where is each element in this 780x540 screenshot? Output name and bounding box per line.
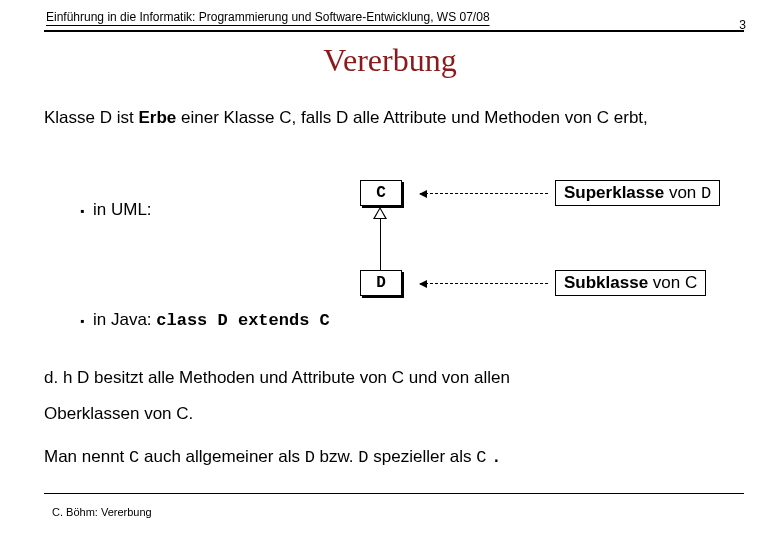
text: spezieller als [369, 447, 477, 466]
text: D [701, 184, 711, 203]
page-number: 3 [739, 18, 746, 32]
uml-inheritance-line [380, 219, 381, 270]
dashed-arrow-super [420, 193, 548, 194]
header-course: Einführung in die Informatik: Programmie… [46, 10, 490, 24]
erbe-bold: Erbe [138, 108, 176, 127]
text: einer Klasse C, falls D alle Attribute u… [176, 108, 648, 127]
definition-line: Klasse D ist Erbe einer Klasse C, falls … [44, 108, 648, 128]
text: . [486, 440, 499, 467]
paragraph-1a: d. h D besitzt alle Methoden und Attribu… [44, 368, 510, 388]
text: Man nennt [44, 447, 129, 466]
subklasse-label-box: Subklasse von C [555, 270, 706, 296]
uml-class-d: D [360, 270, 402, 296]
text: C [476, 448, 486, 467]
text: D [358, 448, 368, 467]
superklasse-label-box: Superklasse von D [555, 180, 720, 206]
text: Klasse D ist [44, 108, 138, 127]
text: von [664, 183, 701, 202]
uml-class-c: C [360, 180, 402, 206]
dashed-arrow-sub [420, 283, 548, 284]
paragraph-2: Man nennt C auch allgemeiner als D bzw. … [44, 440, 500, 468]
java-code: class D extends C [156, 311, 329, 330]
text: C [129, 448, 139, 467]
paragraph-1b: Oberklassen von C. [44, 404, 193, 424]
text: von C [648, 273, 697, 292]
text: in Java: [93, 310, 156, 329]
footer-author: C. Böhm: Vererbung [52, 506, 152, 518]
footer-rule [44, 493, 744, 494]
text: auch allgemeiner als [139, 447, 304, 466]
text: Subklasse [564, 273, 648, 292]
slide-title: Vererbung [0, 42, 780, 79]
uml-bullet-label: in UML: [93, 200, 152, 219]
uml-bullet: in UML: [80, 200, 152, 220]
header-rule [44, 30, 744, 32]
text: D [305, 448, 315, 467]
text: bzw. [315, 447, 358, 466]
uml-inheritance-arrowhead [373, 207, 387, 219]
text: Superklasse [564, 183, 664, 202]
java-bullet: in Java: class D extends C [80, 310, 330, 330]
